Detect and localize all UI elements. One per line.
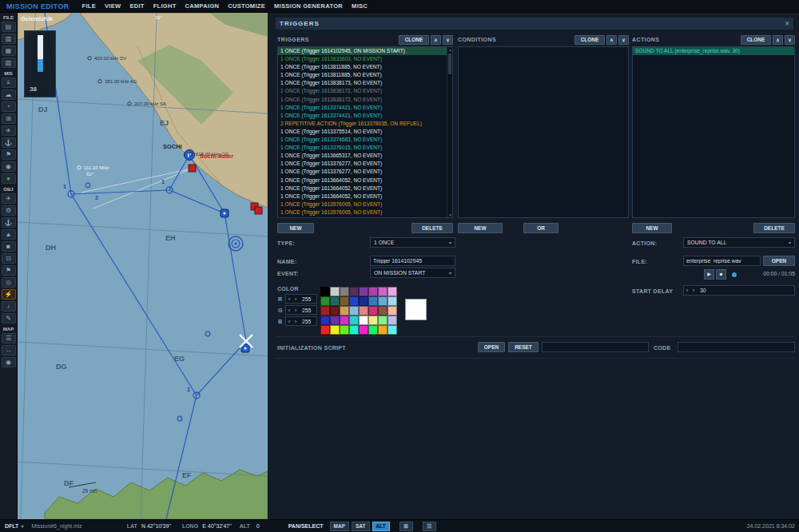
- palette-swatch[interactable]: [349, 296, 359, 306]
- trigger-item[interactable]: 1 ONCE (Trigger 1613633603, NO EVENT): [278, 55, 452, 63]
- map-viewport[interactable]: P420.00 kHz DV381.00 kHz AG307.00 kHz SA…: [18, 13, 268, 519]
- palette-swatch[interactable]: [368, 306, 378, 316]
- palette-swatch[interactable]: [388, 306, 397, 316]
- script-file-field[interactable]: [542, 342, 649, 352]
- palette-swatch[interactable]: [349, 325, 359, 335]
- bullseye-icon[interactable]: ◎: [2, 277, 16, 288]
- helicopter-group-icon[interactable]: ⚙: [2, 205, 16, 216]
- open-mission-icon[interactable]: ▥: [2, 34, 16, 44]
- trigger-item[interactable]: 1 ONCE (Trigger 1613838173, NO EVENT): [278, 79, 452, 87]
- map-view-button[interactable]: MAP: [330, 522, 349, 531]
- trigger-item[interactable]: 1 ONCE (Trigger 1613375514, NO EVENT): [278, 128, 452, 136]
- or-condition-button[interactable]: OR: [523, 223, 559, 233]
- palette-swatch[interactable]: [359, 287, 368, 296]
- decrement-icon[interactable]: ‹: [684, 287, 690, 294]
- center-map-icon[interactable]: ◉: [2, 357, 16, 367]
- trigger-item[interactable]: 1 ONCE (Trigger 1613664052, NO EVENT): [278, 177, 452, 185]
- new-condition-button[interactable]: NEW: [458, 223, 503, 233]
- trigger-item[interactable]: 1 ONCE (Trigger 1613838172, NO EVENT): [278, 96, 452, 104]
- type-select[interactable]: 1 ONCE ▾: [370, 237, 455, 248]
- zoom-slider[interactable]: [38, 35, 43, 80]
- fly-mission-icon[interactable]: ●: [2, 173, 16, 184]
- ship-group-icon[interactable]: ⚓: [2, 217, 16, 228]
- enemy-ground-unit[interactable]: [189, 165, 196, 172]
- briefing-icon[interactable]: ≡: [2, 77, 16, 88]
- scroll-up-icon[interactable]: ▴: [447, 47, 453, 52]
- close-icon[interactable]: ×: [785, 20, 789, 28]
- conditions-move-up-button[interactable]: ∧: [606, 35, 617, 45]
- palette-swatch[interactable]: [388, 287, 397, 296]
- palette-swatch[interactable]: [330, 306, 340, 316]
- new-trigger-button[interactable]: NEW: [277, 223, 314, 233]
- delete-action-button[interactable]: DELETE: [753, 223, 795, 233]
- palette-swatch[interactable]: [340, 306, 349, 316]
- triggers-move-up-button[interactable]: ∧: [431, 35, 441, 45]
- new-mission-icon[interactable]: ▤: [2, 22, 16, 32]
- weather-icon[interactable]: ☁: [2, 89, 16, 100]
- trigger-item[interactable]: 1 ONCE (Trigger 1613665317, NO EVENT): [278, 152, 452, 160]
- trigger-zone-icon[interactable]: ⚑: [2, 265, 16, 276]
- measure-icon[interactable]: ↔: [2, 345, 16, 355]
- palette-swatch[interactable]: [378, 296, 388, 306]
- actions-move-down-button[interactable]: ∨: [785, 35, 795, 45]
- palette-swatch[interactable]: [388, 296, 397, 306]
- triggers-clone-button[interactable]: CLONE: [399, 35, 429, 45]
- trigger-item[interactable]: 1 ONCE (Trigger 1613664052, NO EVENT): [278, 193, 452, 200]
- vehicle-group-icon[interactable]: ▲: [2, 229, 16, 240]
- decrement-icon[interactable]: ‹: [286, 296, 292, 303]
- triggers-icon[interactable]: ⚡: [2, 289, 16, 300]
- palette-swatch[interactable]: [330, 287, 340, 296]
- palette-swatch[interactable]: [320, 296, 330, 306]
- delete-trigger-button[interactable]: DELETE: [411, 223, 453, 233]
- start-delay-stepper[interactable]: ‹ › 30: [683, 285, 795, 296]
- palette-swatch[interactable]: [388, 316, 397, 325]
- code-field[interactable]: [678, 342, 795, 352]
- enemy-ground-unit[interactable]: [255, 207, 262, 214]
- trigger-item[interactable]: 1 ONCE (Trigger 1613838172, NO EVENT): [278, 87, 452, 95]
- actions-clone-button[interactable]: CLONE: [741, 35, 771, 45]
- palette-swatch[interactable]: [359, 306, 368, 316]
- palette-swatch[interactable]: [378, 306, 388, 316]
- trigger-item[interactable]: 1 ONCE (Trigger 1613811885, NO EVENT): [278, 63, 452, 71]
- action-select[interactable]: SOUND TO ALL ▾: [683, 237, 795, 248]
- conditions-move-down-button[interactable]: ∨: [618, 35, 629, 45]
- palette-swatch[interactable]: [368, 325, 378, 335]
- palette-swatch[interactable]: [359, 316, 368, 325]
- summary-icon[interactable]: ◉: [2, 161, 16, 172]
- static-object-icon[interactable]: ■: [2, 241, 16, 252]
- scrollbar-thumb[interactable]: [448, 54, 451, 74]
- conditions-list[interactable]: [458, 46, 629, 218]
- trigger-item[interactable]: 1 ONCE (Trigger 1613376277, NO EVENT): [278, 160, 452, 168]
- trigger-item[interactable]: 1 ONCE (Trigger 1613374421, NO EVENT): [278, 112, 452, 120]
- palette-swatch[interactable]: [368, 296, 378, 306]
- palette-swatch[interactable]: [359, 296, 368, 306]
- play-button[interactable]: ▶: [704, 269, 714, 280]
- new-action-button[interactable]: NEW: [632, 223, 672, 233]
- panel-list-icon[interactable]: ☰: [423, 522, 436, 531]
- palette-swatch[interactable]: [359, 325, 368, 335]
- increment-icon[interactable]: ›: [292, 318, 299, 325]
- loadout-icon[interactable]: ✈: [2, 125, 16, 136]
- menu-item-customize[interactable]: CUSTOMIZE: [228, 2, 265, 10]
- trigger-item[interactable]: 1 ONCE (Trigger 1613376015, NO EVENT): [278, 144, 452, 152]
- palette-swatch[interactable]: [349, 306, 359, 316]
- triggers-move-down-button[interactable]: ∨: [443, 35, 453, 45]
- trigger-item[interactable]: 1 ONCE (Trigger 1613664052, NO EVENT): [278, 185, 452, 193]
- palette-swatch[interactable]: [368, 287, 378, 296]
- palette-swatch[interactable]: [320, 287, 330, 296]
- stop-button[interactable]: ■: [716, 269, 726, 280]
- aircraft-group-icon[interactable]: ✈: [2, 193, 16, 204]
- actions-move-up-button[interactable]: ∧: [773, 35, 783, 45]
- zoom-slider-handle[interactable]: [38, 59, 43, 72]
- palette-swatch[interactable]: [378, 316, 388, 325]
- increment-icon[interactable]: ›: [292, 307, 299, 314]
- increment-icon[interactable]: ›: [292, 296, 299, 303]
- scroll-down-icon[interactable]: ▾: [447, 212, 453, 217]
- menu-item-mission-generator[interactable]: MISSION GENERATOR: [274, 2, 343, 10]
- menu-item-view[interactable]: VIEW: [105, 2, 121, 10]
- palette-swatch[interactable]: [330, 325, 340, 335]
- palette-swatch[interactable]: [340, 287, 349, 296]
- map-layers-icon[interactable]: ☰: [2, 333, 16, 343]
- map-mode-select[interactable]: DFLT ▾: [5, 523, 23, 529]
- menu-item-flight[interactable]: FLIGHT: [153, 2, 177, 10]
